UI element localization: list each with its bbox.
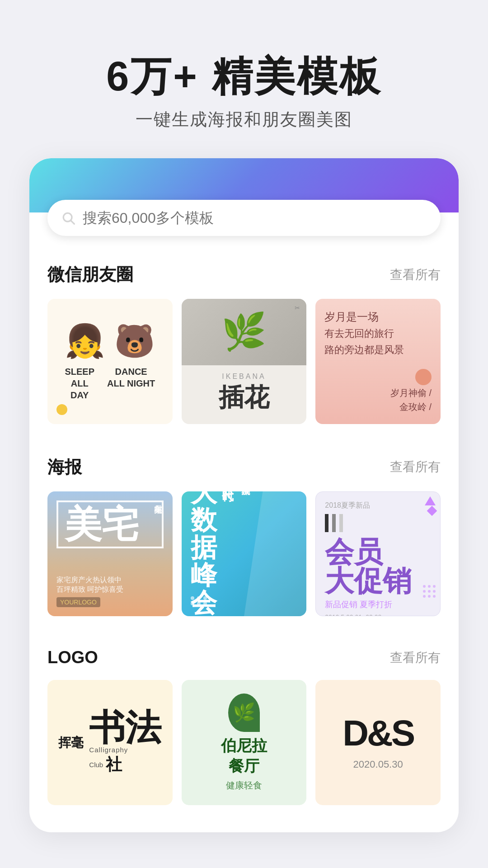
poster-template-grid: 美宅 尽美宅在家向 家宅房产火热认领中百坪精致 呵护惊喜受 YOURLOGO Y… (47, 491, 441, 617)
dance-emoji: 🐻 (114, 322, 155, 360)
poem-line1: 岁月是一场 (324, 310, 432, 324)
poster3-stripes (325, 514, 431, 532)
logo1-club-en: Club (89, 761, 103, 769)
logo1-main-cn: 书法 (89, 710, 161, 746)
poster-section-header: 海报 查看所有 (47, 456, 441, 479)
ikebana-text-area: IKEBANA 插花 (182, 365, 307, 424)
stripe-3 (339, 514, 343, 532)
wechat-template-grid: 👧 🐻 SLEEPALLDAY DANCEALL NIGHT 🌿 ✂ (47, 299, 441, 424)
card-label-row: SLEEPALLDAY DANCEALL NIGHT (65, 366, 155, 401)
search-bar[interactable] (47, 200, 441, 236)
poster3-year: 2018夏季新品 (325, 501, 431, 510)
card-dot (56, 404, 67, 415)
search-icon (61, 211, 75, 225)
main-card: 微信朋友圈 查看所有 👧 🐻 SLEEPALLDAY DANCEALL NIGH… (29, 158, 459, 832)
logo-template-3[interactable]: D&S 2020.05.30 (315, 680, 441, 805)
wechat-template-3[interactable]: 岁月是一场 有去无回的旅行 路的旁边都是风景 岁月神偷 / 金玫岭 / (315, 299, 441, 424)
logo1-left: 挥毫 (58, 734, 84, 751)
logo1-right: 书法 Calligraphy Club 社 (89, 710, 161, 776)
poster2-wave-dots (191, 596, 207, 607)
logo2-leaf-icon: 🌿 (228, 693, 260, 732)
ikebana-cn: 插花 (219, 381, 269, 415)
logo-template-2[interactable]: 🌿 伯尼拉餐厅 健康轻食 (182, 680, 307, 805)
poster3-top-info: 2018夏季新品 (325, 501, 431, 510)
logo-template-grid: 挥毫 书法 Calligraphy Club 社 🌿 (47, 680, 441, 805)
logo1-club-cn: 社 (106, 754, 122, 776)
poster3-main-text: 会员大促销 (325, 538, 431, 595)
logo2-sub: 健康轻食 (226, 779, 262, 792)
search-input[interactable] (83, 210, 427, 226)
poem-line3: 路的旁边都是风景 (324, 343, 432, 357)
logo-section-title: LOGO (47, 648, 98, 667)
poster-section-title: 海报 (47, 456, 82, 479)
poster-section: 海报 查看所有 美宅 尽美宅在家向 家宅房产火热认领中百坪精致 呵护惊喜受 YO… (29, 456, 459, 617)
wechat-section-title: 微信朋友圈 (47, 263, 133, 286)
search-wrapper (29, 200, 459, 236)
poster-template-3[interactable]: 2018夏季新品 会员大促销 新品促销 夏季打折 2019.5.03.01~03… (315, 491, 441, 617)
logo1-club-row: Club 社 (89, 754, 122, 776)
wechat-template-2[interactable]: 🌿 ✂ IKEBANA 插花 (182, 299, 307, 424)
author1: 岁月神偷 / (390, 387, 432, 399)
stripe-2 (332, 514, 336, 532)
deco-diamond (427, 505, 437, 516)
wechat-section-header: 微信朋友圈 查看所有 (47, 263, 441, 286)
logo-view-all[interactable]: 查看所有 (390, 649, 441, 666)
svg-line-1 (71, 221, 74, 224)
poster-template-2[interactable]: YOURLOGO 大数据峰会 时代 引领科技潮流 大数据时代我们一起学进步 (182, 491, 307, 617)
poster3-detail: 2019.5.03.01~03.08活动期间礼品一件活动详情请咨询 (325, 613, 431, 617)
sleep-emoji: 👧 (65, 322, 105, 360)
poster1-sub-text: 家宅房产火热认领中百坪精致 呵护惊喜受 (56, 576, 164, 594)
plant-emoji: 🌿 (221, 311, 267, 353)
wechat-view-all[interactable]: 查看所有 (390, 266, 441, 283)
wechat-card-1-content: 👧 🐻 SLEEPALLDAY DANCEALL NIGHT (65, 322, 155, 401)
header-title: 6万+ 精美模板 (36, 54, 452, 99)
poster3-dots-deco (423, 585, 436, 598)
poster1-big-char: 美宅 (56, 500, 164, 548)
ikebana-image-area: 🌿 ✂ (182, 299, 307, 365)
logo1-calligraphy-en: Calligraphy (89, 746, 128, 754)
poem-circle (415, 369, 432, 385)
poem-author: 岁月神偷 / 金玫岭 / (324, 369, 432, 413)
logo2-name: 伯尼拉餐厅 (221, 736, 267, 775)
logo-section-header: LOGO 查看所有 (47, 648, 441, 667)
poem-line2: 有去无回的旅行 (324, 327, 432, 340)
deco-triangle (425, 496, 436, 505)
stripe-1 (325, 514, 328, 532)
poster3-sub-text: 新品促销 夏季打折 (325, 599, 431, 610)
poster-template-1[interactable]: 美宅 尽美宅在家向 家宅房产火热认领中百坪精致 呵护惊喜受 YOURLOGO (47, 491, 173, 617)
poster3-corner-deco (425, 496, 436, 514)
poster-view-all[interactable]: 查看所有 (390, 458, 441, 476)
logo-template-1[interactable]: 挥毫 书法 Calligraphy Club 社 (47, 680, 173, 805)
wechat-template-1[interactable]: 👧 🐻 SLEEPALLDAY DANCEALL NIGHT (47, 299, 173, 424)
emoji-row: 👧 🐻 (65, 322, 155, 360)
header-subtitle: 一键生成海报和朋友圈美图 (36, 108, 452, 131)
poster1-bottom-area: 家宅房产火热认领中百坪精致 呵护惊喜受 YOURLOGO (56, 576, 164, 607)
logo-section: LOGO 查看所有 挥毫 书法 Calligraphy Club 社 (29, 648, 459, 805)
poem-text: 岁月是一场 有去无回的旅行 路的旁边都是风景 (324, 310, 432, 357)
dance-label: DANCEALL NIGHT (107, 366, 155, 401)
logo3-date: 2020.05.30 (353, 759, 403, 770)
poster1-logo: YOURLOGO (56, 597, 100, 607)
ikebana-scissors: ✂ (295, 304, 301, 311)
ikebana-en: IKEBANA (222, 373, 266, 381)
logo3-main: D&S (343, 715, 413, 751)
header: 6万+ 精美模板 一键生成海报和朋友圈美图 (0, 0, 488, 158)
author2: 金玫岭 / (399, 401, 432, 413)
wechat-section: 微信朋友圈 查看所有 👧 🐻 SLEEPALLDAY DANCEALL NIGH… (29, 263, 459, 424)
sleep-label: SLEEPALLDAY (65, 366, 94, 401)
logo1-content: 挥毫 书法 Calligraphy Club 社 (58, 710, 161, 776)
logo1-brushstroke-cn: 挥毫 (58, 734, 84, 751)
